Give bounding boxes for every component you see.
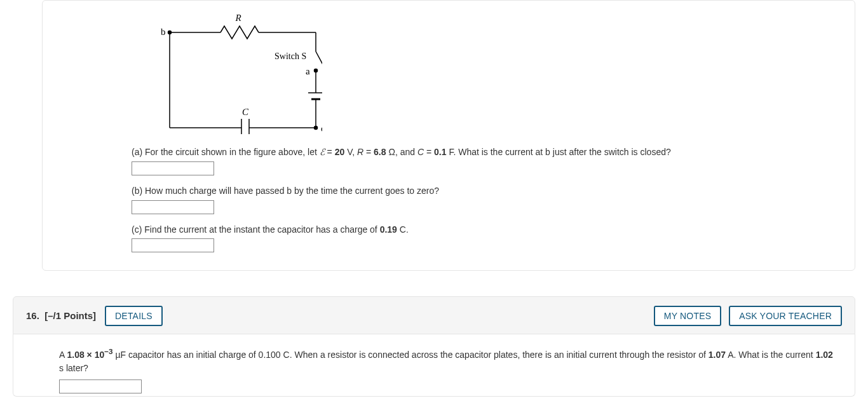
part-a-eps: ℰ (320, 147, 325, 157)
label-switch: Switch S (275, 51, 306, 61)
part-a-vval: 20 (335, 147, 345, 157)
svg-point-15 (168, 31, 172, 34)
question-15-body: R b Switch S a ℰ c C (a) For the circuit… (43, 1, 855, 270)
current-value: 1.07 (709, 350, 726, 360)
part-c-pre: (c) Find the current at the instant the … (132, 224, 380, 235)
question-number: 16. [–/1 Points] (26, 310, 96, 321)
part-c-val: 0.19 (380, 224, 397, 235)
label-b: b (161, 27, 166, 37)
time-value: 1.02 (816, 350, 833, 360)
part-b-text: (b) How much charge will have passed b b… (132, 186, 439, 196)
question-16-body: A 1.08 × 10−3 µF capacitor has an initia… (13, 334, 855, 397)
part-c: (c) Find the current at the instant the … (132, 223, 837, 252)
part-a-pre: (a) For the circuit shown in the figure … (132, 147, 320, 157)
ask-teacher-button[interactable]: ASK YOUR TEACHER (729, 306, 842, 326)
part-a-rval: 6.8 (374, 147, 386, 157)
label-c: c (321, 123, 322, 133)
label-R: R (234, 13, 241, 23)
question-15: R b Switch S a ℰ c C (a) For the circuit… (42, 0, 855, 271)
circuit-diagram: R b Switch S a ℰ c C (132, 7, 322, 134)
question-16: 16. [–/1 Points] DETAILS MY NOTES ASK YO… (13, 296, 855, 397)
part-a-cval: 0.1 (434, 147, 446, 157)
cap-value: 1.08 × 10−3 (67, 350, 112, 360)
my-notes-button[interactable]: MY NOTES (654, 306, 721, 326)
answer-input-a[interactable] (132, 161, 214, 175)
label-a: a (306, 66, 310, 76)
answer-input-b[interactable] (132, 200, 214, 214)
part-a: (a) For the circuit shown in the figure … (132, 146, 837, 175)
details-button[interactable]: DETAILS (105, 306, 163, 326)
answer-input-c[interactable] (132, 238, 214, 252)
part-b: (b) How much charge will have passed b b… (132, 184, 837, 214)
label-C: C (242, 107, 249, 117)
question-16-header-left: 16. [–/1 Points] DETAILS (26, 306, 163, 326)
answer-input-16[interactable] (59, 379, 142, 393)
question-16-header-right: MY NOTES ASK YOUR TEACHER (654, 306, 842, 326)
question-16-header: 16. [–/1 Points] DETAILS MY NOTES ASK YO… (13, 296, 855, 334)
question-16-text: A 1.08 × 10−3 µF capacitor has an initia… (59, 346, 837, 376)
svg-line-3 (316, 51, 322, 69)
